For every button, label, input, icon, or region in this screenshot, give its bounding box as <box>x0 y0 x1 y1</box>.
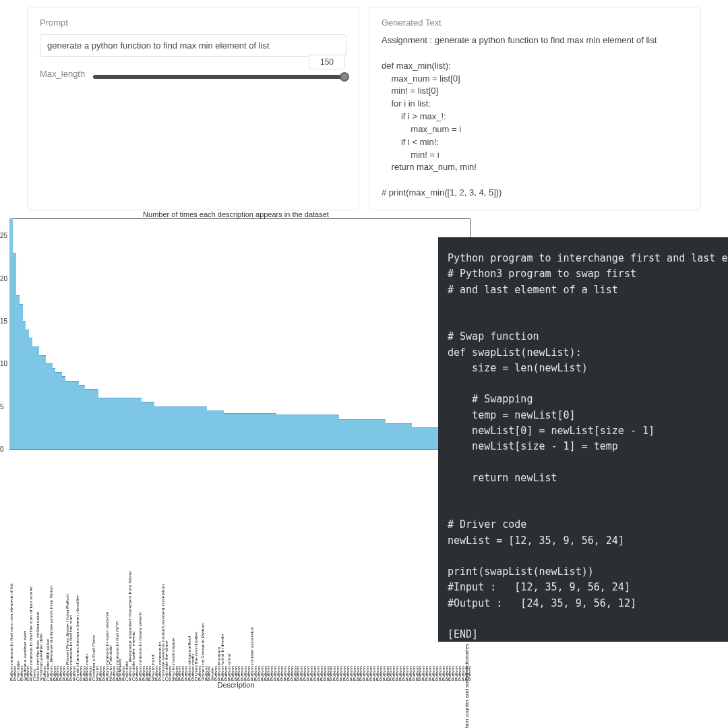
max-length-slider-wrap: 150 <box>93 69 346 79</box>
generated-card: Generated Text Assignment : generate a p… <box>369 7 701 210</box>
chart-x-label: Python <box>379 452 382 681</box>
chart-y-tick: 20 <box>0 274 7 282</box>
chart-x-label: Python <box>323 452 326 681</box>
chart-x-label: Python <box>286 452 290 681</box>
chart-x-axis <box>9 449 471 450</box>
chart-x-label: Python <box>198 452 201 681</box>
max-length-slider[interactable] <box>93 75 346 79</box>
chart-y-tick: 10 <box>0 360 7 367</box>
chart-x-label: Python script <box>227 452 231 681</box>
chart-x-label: Python <box>408 452 412 681</box>
chart-x-label: Python <box>316 452 320 681</box>
chart-x-label: Python program to binary search <box>138 452 142 681</box>
prompt-card: Prompt Max_length 150 <box>27 7 359 210</box>
side-vertical-label: Python counter and sorted dictionaries <box>464 644 470 728</box>
max-length-value: 150 <box>309 55 345 69</box>
chart-x-label: Python <box>168 452 171 681</box>
top-panel-row: Prompt Max_length 150 Generated Text Ass… <box>0 0 728 210</box>
chart-x-label: Python <box>320 452 323 681</box>
chart-x-label: How to count unique <box>171 452 175 681</box>
chart-x-labels: Python program to find max min element o… <box>9 452 471 681</box>
prompt-input[interactable] <box>40 34 346 57</box>
chart-x-label: Python <box>382 452 386 681</box>
chart-y-tick: 0 <box>0 446 4 453</box>
chart-bars <box>9 218 471 449</box>
chart-x-label: Python <box>142 452 145 681</box>
chart-area: Number of times each description appears… <box>0 210 472 689</box>
chart-x-label: String List Slicing In Python <box>201 452 204 681</box>
chart-x-title: Description <box>0 681 472 689</box>
dark-code-panel: Python program to interchange first and … <box>438 237 728 642</box>
chart-x-label: Python <box>412 452 415 681</box>
chart-x-label: Python <box>290 452 293 681</box>
chart-x-label: Python <box>257 452 260 681</box>
chart-y-tick: 5 <box>0 402 4 410</box>
chart-title: Number of times each description appears… <box>0 210 472 218</box>
chart-x-label: Python <box>112 452 115 681</box>
chart-x-label: How to Calculate <box>109 452 112 681</box>
chart-x-label: Python <box>349 452 353 681</box>
chart-x-label: Python program to swap variable <box>105 452 109 681</box>
max-length-row: Max_length 150 <box>40 69 346 79</box>
slider-thumb[interactable] <box>340 72 349 82</box>
chart-x-label: Python <box>353 452 356 681</box>
chart-x-label: Python <box>260 452 264 681</box>
chart-y-tick: 25 <box>0 232 7 239</box>
chart-x-label: Calculate <box>16 452 20 681</box>
chart-x-label: Python <box>79 452 82 681</box>
chart-x-label: Python <box>231 452 234 681</box>
chart-x-label: Python <box>346 452 349 681</box>
max-length-label: Max_length <box>40 69 85 79</box>
chart-x-label: Python - Remove duplicate words from Str… <box>49 452 53 681</box>
prompt-label: Prompt <box>40 18 346 28</box>
chart-x-label: Count of groups having a larger classifi… <box>75 452 79 681</box>
chart-x-label: Python <box>135 452 138 681</box>
generated-text: Assignment : generate a python function … <box>382 34 688 200</box>
generated-label: Generated Text <box>382 18 688 28</box>
chart-x-label: Python <box>20 452 23 681</box>
chart-x-label: Calculate BMI value <box>46 452 49 681</box>
chart-y-tick: 15 <box>0 317 7 325</box>
